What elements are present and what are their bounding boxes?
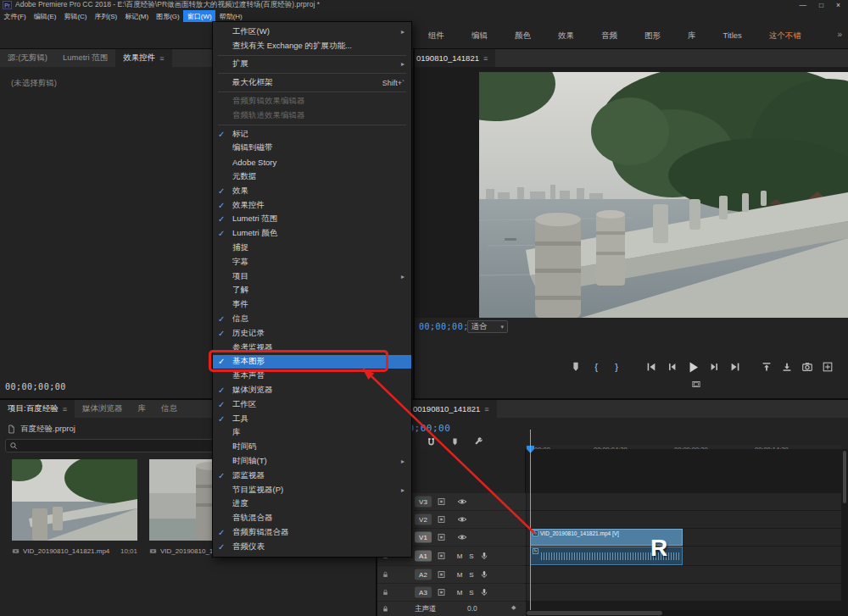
close-button[interactable]: ×	[836, 1, 840, 9]
window-menu-item[interactable]: ✓历史记录	[213, 326, 411, 341]
mute-button[interactable]: M	[455, 552, 464, 560]
window-menu-item[interactable]: 查找有关 Exchange 的扩展功能...	[213, 39, 411, 53]
workspace-tab[interactable]: 颜色	[515, 31, 531, 42]
project-panel-tab[interactable]: 信息	[153, 400, 185, 418]
lock-icon[interactable]	[382, 604, 389, 613]
add-marker-button[interactable]	[570, 361, 582, 373]
window-menu-item[interactable]: ✓工具	[213, 412, 411, 426]
solo-button[interactable]: S	[467, 552, 476, 560]
audio-track-lane-a2[interactable]	[527, 566, 841, 583]
snap-toggle[interactable]	[427, 437, 436, 447]
project-panel-tab[interactable]: 项目:百度经验≡	[0, 400, 75, 418]
window-menu-item[interactable]: ✓效果	[213, 184, 411, 198]
eye-icon[interactable]	[457, 497, 467, 507]
window-menu-item[interactable]: ✓基本图形	[213, 355, 411, 369]
menubar-item[interactable]: 标记(M)	[121, 10, 153, 22]
window-menu-item[interactable]: ✓Lumetri 范围	[213, 213, 411, 227]
menubar-item[interactable]: 剪辑(C)	[60, 10, 91, 22]
workspace-tab[interactable]: 编辑	[471, 31, 488, 42]
window-menu-item[interactable]: 库	[213, 426, 411, 441]
audio-track-lane-a3[interactable]	[527, 584, 841, 601]
window-menu-item[interactable]: Adobe Story	[213, 155, 411, 169]
window-menu-item[interactable]: 基本声音	[213, 369, 411, 383]
panel-menu-icon[interactable]: ≡	[159, 54, 164, 63]
workspace-tab[interactable]: 图形	[644, 31, 661, 42]
source-panel-tab[interactable]: 源:(无剪辑)	[0, 49, 55, 67]
window-menu-item[interactable]: ✓信息	[213, 312, 411, 326]
workspace-tab[interactable]: 组件	[428, 31, 444, 42]
safe-margins-button[interactable]	[690, 380, 702, 389]
go-to-in-button[interactable]	[645, 361, 657, 373]
go-to-out-button[interactable]	[729, 361, 741, 373]
synclock-icon[interactable]	[437, 497, 446, 507]
window-menu-item[interactable]: 工作区(W)▸	[213, 25, 411, 39]
menubar-item[interactable]: 文件(F)	[0, 10, 30, 22]
solo-button[interactable]: S	[467, 571, 476, 579]
window-menu-item[interactable]: ✓工作区	[213, 397, 411, 412]
window-menu-item[interactable]: 编辑到磁带	[213, 142, 411, 156]
menubar-item[interactable]: 编辑(E)	[30, 10, 60, 22]
maximize-button[interactable]: □	[819, 1, 823, 9]
workspace-tab[interactable]: 音频	[601, 31, 617, 42]
mic-icon[interactable]	[480, 569, 488, 580]
synclock-icon[interactable]	[437, 533, 446, 542]
scrollbar-thumb[interactable]	[527, 611, 662, 615]
window-menu-item[interactable]: 事件	[213, 297, 411, 312]
zoom-level-dropdown[interactable]: 适合 ▾	[467, 320, 508, 333]
window-menu-item[interactable]: ✓源监视器	[213, 469, 411, 483]
lock-icon[interactable]	[382, 588, 389, 597]
window-menu-item[interactable]: ✓音频剪辑混合器	[213, 525, 411, 540]
track-target-badge[interactable]: A2	[415, 569, 432, 580]
window-menu-item[interactable]: 最大化框架Shift+`	[213, 75, 411, 90]
add-marker-button[interactable]	[450, 437, 460, 447]
source-panel-tab[interactable]: Lumetri 范围	[55, 49, 115, 67]
window-menu-item[interactable]: ✓标记	[213, 127, 411, 142]
workspace-tab[interactable]: 这个不错	[769, 31, 801, 42]
workspace-tab[interactable]: Titles	[723, 31, 742, 42]
timeline-vertical-scrollbar[interactable]	[842, 449, 847, 609]
synclock-icon[interactable]	[437, 588, 446, 597]
video-track-lane-v2[interactable]	[527, 511, 841, 528]
track-target-badge[interactable]: V3	[415, 497, 432, 508]
window-menu-item[interactable]: 项目▸	[213, 269, 411, 284]
window-menu-item[interactable]: 音轨混合器	[213, 511, 411, 525]
menubar-item[interactable]: 窗口(W)	[183, 10, 215, 22]
video-track-lane-v3[interactable]	[527, 493, 841, 510]
window-menu-item[interactable]: ✓媒体浏览器	[213, 383, 411, 397]
clip-thumbnail[interactable]	[12, 459, 137, 541]
scrollbar-thumb[interactable]	[843, 451, 846, 503]
synclock-icon[interactable]	[437, 552, 446, 561]
window-menu-item[interactable]: 节目监视器(P)▸	[213, 483, 411, 497]
program-monitor-tab[interactable]: 0190810_141821 ≡	[415, 49, 495, 67]
step-forward-button[interactable]	[709, 361, 721, 373]
effect-controls-timecode[interactable]: 00;00;00;00	[5, 382, 66, 391]
lift-button[interactable]	[761, 361, 773, 373]
lock-icon[interactable]	[382, 570, 389, 580]
panel-menu-icon[interactable]: ≡	[483, 54, 488, 63]
extract-button[interactable]	[781, 361, 793, 373]
panel-menu-icon[interactable]: ≡	[484, 405, 488, 413]
window-menu-item[interactable]: ✓Lumetri 颜色	[213, 226, 411, 241]
track-target-badge[interactable]: V2	[415, 514, 432, 525]
button-editor-button[interactable]	[822, 361, 834, 373]
synclock-icon[interactable]	[437, 515, 446, 524]
window-menu-item[interactable]: 扩展▸	[213, 58, 411, 72]
track-target-badge[interactable]: V1	[415, 532, 432, 543]
menubar-item[interactable]: 帮助(H)	[215, 10, 246, 22]
eye-icon[interactable]	[457, 514, 467, 524]
window-menu-item[interactable]: 元数据	[213, 169, 411, 184]
minimize-button[interactable]: —	[799, 1, 806, 9]
track-target-badge[interactable]: A1	[415, 551, 432, 562]
window-menu-item[interactable]: ✓效果控件	[213, 198, 411, 213]
mic-icon[interactable]	[480, 551, 488, 561]
synclock-icon[interactable]	[437, 570, 446, 580]
step-back-button[interactable]	[666, 361, 678, 373]
mark-out-button[interactable]: }	[611, 361, 622, 373]
master-level-value[interactable]: 0.0	[467, 604, 477, 613]
video-track-lane-v1[interactable]: fxVID_20190810_141821.mp4 [V]	[527, 529, 841, 546]
workspace-tab[interactable]: 库	[688, 31, 696, 42]
window-menu-item[interactable]: 参考监视器	[213, 341, 411, 355]
project-panel-tab[interactable]: 媒体浏览器	[75, 400, 131, 418]
mic-icon[interactable]	[480, 587, 488, 597]
play-button[interactable]	[686, 360, 700, 375]
